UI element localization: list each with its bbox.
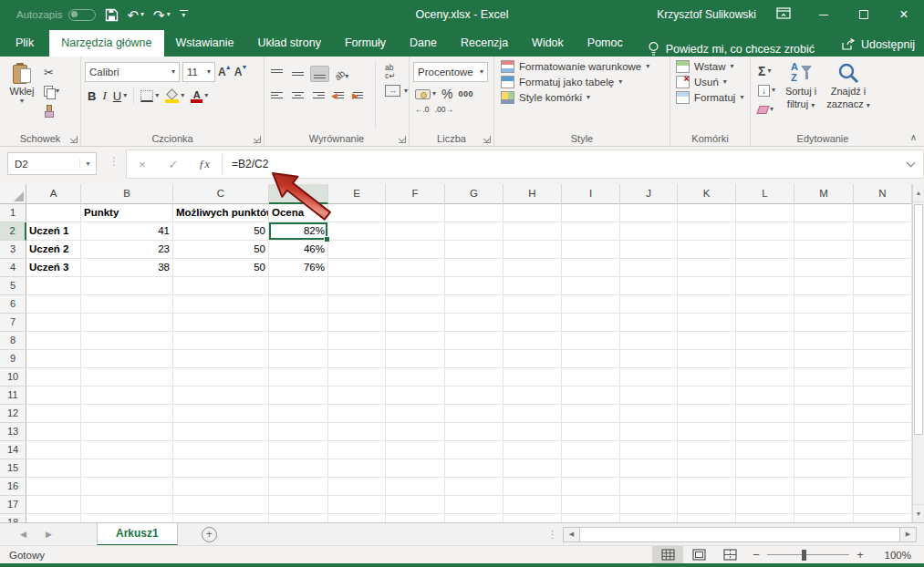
cell-J13[interactable] (620, 423, 678, 441)
cell-G7[interactable] (445, 314, 504, 332)
cell-F1[interactable] (386, 204, 445, 222)
cell-F9[interactable] (386, 350, 445, 368)
increase-indent-button[interactable]: ▶ (350, 89, 366, 104)
formula-bar-divider[interactable]: ⋮ (109, 155, 119, 168)
cell-D13[interactable] (269, 423, 328, 441)
cell-M6[interactable] (794, 295, 854, 314)
cell-F4[interactable] (386, 259, 445, 277)
column-header-M[interactable]: M (794, 184, 854, 204)
expand-formula-bar-icon[interactable] (907, 159, 916, 168)
cell-I12[interactable] (562, 405, 620, 423)
cell-H17[interactable] (504, 496, 562, 514)
cell-L18[interactable] (736, 514, 794, 522)
cell-I16[interactable] (562, 478, 620, 496)
cell-M14[interactable] (794, 441, 854, 459)
cell-G6[interactable] (445, 295, 504, 314)
cell-N16[interactable] (854, 478, 912, 496)
format-cells-button[interactable]: Formatuj ▾ (676, 91, 746, 104)
schowek-dialog-launcher[interactable] (70, 136, 78, 143)
cell-L6[interactable] (736, 295, 794, 314)
cell-N13[interactable] (854, 423, 912, 441)
cell-I4[interactable] (562, 259, 620, 277)
format-as-table-button[interactable]: Formatuj jako tabelę ▾ (501, 76, 666, 88)
cell-B6[interactable] (81, 295, 173, 314)
cell-I8[interactable] (562, 332, 620, 350)
decrease-decimal-button[interactable]: .00→ (435, 105, 453, 114)
row-header-2[interactable]: 2 (0, 222, 26, 241)
cell-J6[interactable] (620, 295, 678, 314)
delete-cells-button[interactable]: Usuń ▾ (676, 76, 746, 88)
cell-C3[interactable]: 50 (173, 241, 269, 259)
cell-M12[interactable] (794, 405, 854, 423)
column-header-G[interactable]: G (445, 184, 504, 204)
cell-L3[interactable] (736, 241, 794, 259)
cell-E8[interactable] (328, 332, 386, 350)
cell-D17[interactable] (269, 496, 328, 514)
tab-narzedzia-glowne[interactable]: Narzędzia główne (49, 30, 163, 57)
cell-G2[interactable] (445, 222, 504, 241)
select-all-button[interactable] (0, 184, 26, 204)
percent-style-button[interactable]: % (441, 87, 452, 101)
zoom-out-button[interactable]: − (745, 548, 767, 562)
cell-H12[interactable] (504, 405, 562, 423)
cell-E12[interactable] (328, 405, 386, 423)
cell-F18[interactable] (386, 514, 445, 522)
cell-B7[interactable] (81, 314, 173, 332)
cell-D1[interactable]: Ocena (269, 204, 328, 222)
cell-I11[interactable] (562, 387, 620, 405)
normal-view-button[interactable] (652, 546, 683, 563)
row-header-10[interactable]: 10 (0, 368, 26, 387)
cell-F16[interactable] (386, 478, 445, 496)
conditional-formatting-button[interactable]: Formatowanie warunkowe ▾ (501, 60, 666, 73)
paste-dropdown-icon[interactable]: ▾ (20, 98, 24, 105)
cell-H1[interactable] (504, 204, 562, 222)
shrink-font-button[interactable]: A▼ (234, 66, 248, 78)
cell-G5[interactable] (445, 277, 504, 295)
cell-L11[interactable] (736, 387, 794, 405)
cell-C12[interactable] (173, 405, 269, 423)
cell-N12[interactable] (854, 405, 912, 423)
cell-J2[interactable] (620, 222, 678, 241)
cell-H15[interactable] (504, 459, 562, 478)
cell-C6[interactable] (173, 295, 269, 314)
cell-G3[interactable] (445, 241, 504, 259)
cell-L10[interactable] (736, 368, 794, 387)
cell-I2[interactable] (562, 222, 620, 241)
cell-M4[interactable] (794, 259, 854, 277)
cell-D4[interactable]: 76% (269, 259, 328, 277)
cell-K17[interactable] (678, 496, 736, 514)
czcionka-dialog-launcher[interactable] (254, 136, 261, 143)
cell-J9[interactable] (620, 350, 678, 368)
enter-button[interactable]: ✓ (158, 158, 189, 171)
cell-L16[interactable] (736, 478, 794, 496)
cell-I9[interactable] (562, 350, 620, 368)
cell-F14[interactable] (386, 441, 445, 459)
autosave-toggle[interactable] (68, 9, 96, 21)
underline-dropdown-icon[interactable]: ▾ (123, 92, 127, 99)
decrease-indent-button[interactable]: ◀ (331, 89, 347, 104)
cell-K15[interactable] (678, 459, 736, 478)
cell-G8[interactable] (445, 332, 504, 350)
cell-E17[interactable] (328, 496, 386, 514)
cell-E5[interactable] (328, 277, 386, 295)
cell-B9[interactable] (81, 350, 173, 368)
cell-E15[interactable] (328, 459, 386, 478)
cell-N4[interactable] (854, 259, 912, 277)
cell-B10[interactable] (81, 368, 173, 387)
cell-M2[interactable] (794, 222, 854, 241)
cell-E6[interactable] (328, 295, 386, 314)
cell-A3[interactable]: Uczeń 2 (26, 241, 81, 259)
cell-H5[interactable] (504, 277, 562, 295)
cell-A18[interactable] (26, 514, 81, 522)
cell-A1[interactable] (26, 204, 81, 222)
cell-I14[interactable] (562, 441, 620, 459)
liczba-dialog-launcher[interactable] (483, 136, 491, 143)
cell-C17[interactable] (173, 496, 269, 514)
cell-H13[interactable] (504, 423, 562, 441)
cell-J8[interactable] (620, 332, 678, 350)
font-color-dropdown-icon[interactable]: ▾ (204, 92, 208, 99)
cell-J7[interactable] (620, 314, 678, 332)
formula-bar[interactable]: × ✓ ƒx =B2/C2 (126, 149, 924, 179)
cell-D2[interactable]: 82% (269, 222, 328, 241)
cell-K16[interactable] (678, 478, 736, 496)
